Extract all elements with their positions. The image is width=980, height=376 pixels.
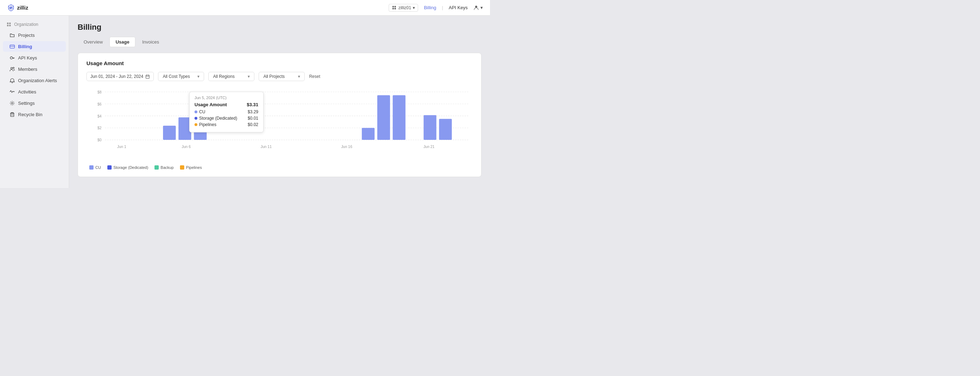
sidebar-item-settings[interactable]: Settings [3,98,66,108]
chevron-down-icon: ▾ [298,74,300,79]
legend-storage: Storage (Dedicated) [107,165,148,170]
tooltip-row-cu: CU $3.29 [194,109,258,114]
projects-filter[interactable]: All Projects ▾ [259,72,305,81]
sidebar-item-projects[interactable]: Projects [3,30,66,40]
tooltip-cu-label: CU [194,109,205,114]
sidebar-item-recycle-bin[interactable]: Recycle Bin [3,109,66,120]
tooltip-storage-value: $0.01 [248,116,258,121]
sidebar-section-org: Organization [0,20,69,29]
legend-storage-color [107,165,111,170]
tooltip-cu-value: $3.29 [248,109,258,114]
svg-text:$2: $2 [97,126,102,130]
sidebar-item-api-keys[interactable]: API Keys [3,52,66,63]
svg-rect-9 [9,23,11,24]
legend-backup-label: Backup [161,165,173,170]
page-title: Billing [78,23,482,32]
org-name: zilliz01 [398,5,411,10]
tooltip-row-pipelines: Pipelines $0.02 [194,122,258,127]
svg-rect-4 [395,6,396,8]
svg-text:Jun 16: Jun 16 [341,144,352,149]
main-content: Billing Overview Usage Invoices Usage Am… [69,16,490,188]
people-icon [9,66,15,72]
layout: Organization Projects Billing API Keys M [0,16,490,188]
usage-card: Usage Amount Jun 01, 2024 - Jun 22, 2024… [78,53,482,177]
sidebar: Organization Projects Billing API Keys M [0,16,69,188]
navbar-right: zilliz01 ▾ Billing | API Keys ▾ [389,4,483,12]
legend-cu: CU [89,165,101,170]
svg-rect-5 [393,8,394,9]
svg-rect-12 [10,44,14,48]
sidebar-item-billing[interactable]: Billing [3,41,66,52]
legend-pipelines-color [180,165,184,170]
svg-rect-41 [362,128,374,140]
date-range-label: Jun 01, 2024 - Jun 22, 2024 [90,74,143,79]
sidebar-item-label: Projects [18,33,35,38]
tooltip-total: $3.31 [247,102,258,107]
usage-chart: $8 $6 $4 $2 $0 [86,88,473,152]
tooltip-storage-name: Storage (Dedicated) [199,116,237,121]
sidebar-item-label: Billing [18,44,32,49]
svg-rect-43 [393,95,405,140]
cost-types-filter[interactable]: All Cost Types ▾ [158,72,204,81]
activity-icon [9,89,15,95]
folder-icon [9,32,15,38]
svg-rect-42 [377,95,390,140]
svg-text:$0: $0 [97,138,102,142]
svg-text:$8: $8 [97,90,102,94]
billing-icon [9,44,15,49]
legend-pipelines-label: Pipelines [186,165,202,170]
tab-overview[interactable]: Overview [78,37,109,47]
regions-label: All Regions [213,74,235,79]
svg-rect-8 [7,23,8,24]
regions-filter[interactable]: All Regions ▾ [208,72,255,81]
sidebar-item-label: Members [18,67,37,72]
sidebar-item-label: Recycle Bin [18,112,43,117]
user-menu[interactable]: ▾ [473,5,483,11]
cu-dot [194,111,197,113]
date-range-picker[interactable]: Jun 01, 2024 - Jun 22, 2024 [86,72,154,81]
logo[interactable]: zilliz [7,4,29,12]
card-title: Usage Amount [86,60,473,66]
nav-api-keys[interactable]: API Keys [449,5,468,10]
chart-legend: CU Storage (Dedicated) Backup Pipelines [86,165,473,170]
svg-rect-24 [146,75,150,78]
tooltip-header: Usage Amount $3.31 [194,102,258,107]
svg-rect-21 [10,113,13,116]
filters-row: Jun 01, 2024 - Jun 22, 2024 All Cost Typ… [86,72,473,81]
tab-invoices[interactable]: Invoices [136,37,165,47]
legend-backup: Backup [154,165,173,170]
tooltip-date: Jun 5, 2024 (UTC) [194,95,258,100]
tooltip-pipelines-name: Pipelines [199,122,216,127]
svg-rect-3 [393,6,394,8]
logo-text: zilliz [17,5,29,11]
sidebar-item-label: Organization Alerts [18,78,57,83]
tooltip-pipelines-value: $0.02 [248,122,258,127]
legend-cu-label: CU [95,165,101,170]
svg-text:Jun 11: Jun 11 [261,144,271,149]
reset-button[interactable]: Reset [309,74,320,79]
svg-point-19 [13,67,14,68]
org-selector[interactable]: zilliz01 ▾ [389,4,418,12]
sidebar-item-members[interactable]: Members [3,64,66,75]
svg-point-7 [475,6,477,8]
sidebar-item-org-alerts[interactable]: Organization Alerts [3,75,66,86]
tooltip-storage-label: Storage (Dedicated) [194,116,237,121]
chevron-down-icon: ▾ [197,74,199,79]
sidebar-item-label: API Keys [18,55,37,60]
tabs: Overview Usage Invoices [78,37,482,47]
projects-label: All Projects [263,74,285,79]
storage-dot [194,117,197,120]
chevron-down-icon: ▾ [248,74,250,79]
tab-usage[interactable]: Usage [110,37,135,47]
svg-point-18 [11,67,13,69]
nav-billing[interactable]: Billing [424,5,436,10]
svg-rect-6 [395,8,396,9]
legend-backup-color [154,165,159,170]
svg-point-14 [10,57,13,59]
sidebar-item-activities[interactable]: Activities [3,86,66,97]
svg-text:$6: $6 [97,102,102,106]
settings-icon [9,100,15,106]
pipelines-dot [194,123,197,126]
trash-icon [9,111,15,117]
svg-text:$4: $4 [97,114,102,118]
